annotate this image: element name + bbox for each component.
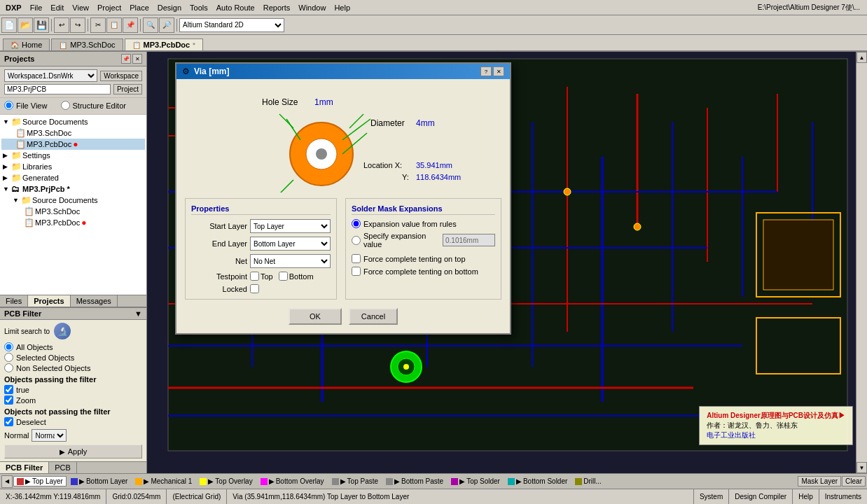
tree-item-mp3prj[interactable]: ▼ 🗂 MP3.PrjPcb * [1, 183, 145, 195]
tree-item-settings[interactable]: ▶ 📁 Settings [1, 150, 145, 161]
structure-editor-radio[interactable] [61, 101, 70, 110]
paste-btn[interactable]: 📌 [123, 18, 138, 33]
ok-button[interactable]: OK [289, 308, 342, 325]
tree-item-sch1[interactable]: 📋 MP3.SchDoc [1, 127, 145, 139]
instruments-btn[interactable]: Instruments [819, 489, 867, 504]
layer-drill[interactable]: Drill... [571, 476, 605, 486]
svg-line-57 [279, 180, 293, 192]
select-checkbox[interactable]: true [4, 385, 142, 394]
info-box: Altium Designer原理图与PCB设计及仿真▶ 作者：谢龙汉、鲁力、张… [699, 406, 853, 445]
tools-menu[interactable]: Tools [186, 2, 212, 13]
layer-top[interactable]: ▶ Top Layer [13, 476, 67, 486]
project-btn[interactable]: Project [113, 84, 142, 94]
panel-pin-btn[interactable]: 📌 [121, 54, 131, 64]
new-btn[interactable]: 📄 [1, 18, 17, 33]
specify-expansion-radio[interactable] [352, 236, 361, 245]
expansion-rules-radio[interactable]: Expansion value from rules [352, 219, 495, 228]
help-menu[interactable]: Help [330, 2, 354, 13]
window-menu[interactable]: Window [294, 2, 330, 13]
messages-tab[interactable]: Messages [71, 295, 118, 307]
save-btn[interactable]: 💾 [34, 18, 49, 33]
tree-item-pcb1[interactable]: 📋 MP3.PcbDoc ● [1, 139, 145, 150]
dialog-help-btn[interactable]: ? [480, 66, 492, 76]
redo-btn[interactable]: ↪ [70, 18, 85, 33]
layer-mechanical[interactable]: ▶ Mechanical 1 [132, 476, 195, 486]
start-layer-combo[interactable]: Top Layer [250, 219, 331, 233]
mask-layer-btn[interactable]: Mask Layer [798, 476, 841, 486]
svg-text:Location  X:: Location X: [363, 161, 402, 169]
project-menu[interactable]: Project [93, 2, 125, 13]
tree-item-sch2[interactable]: 📋 MP3.SchDoc [1, 206, 145, 217]
layer-bottom-solder[interactable]: ▶ Bottom Solder [504, 476, 571, 486]
workspace-btn[interactable]: Workspace [100, 71, 142, 81]
zoom-in-btn[interactable]: 🔍 [143, 18, 158, 33]
open-btn[interactable]: 📂 [18, 18, 33, 33]
svg-text:4mm: 4mm [416, 118, 435, 128]
svg-text:Y:: Y: [402, 173, 409, 181]
dxp-menu[interactable]: DXP [1, 2, 26, 13]
layer-top-solder[interactable]: ▶ Top Solder [448, 476, 504, 486]
locked-checkbox[interactable] [250, 284, 259, 293]
testpoint-bottom-check[interactable] [279, 272, 288, 281]
non-selected-radio[interactable]: Non Selected Objects [4, 363, 142, 372]
help-btn[interactable]: Help [793, 489, 819, 504]
deselect-checkbox[interactable]: Deselect [4, 417, 142, 426]
file-view-radio[interactable] [4, 101, 13, 110]
layer-bottom-paste[interactable]: ▶ Bottom Paste [382, 476, 447, 486]
all-objects-radio[interactable]: All Objects [4, 342, 142, 351]
end-layer-combo[interactable]: Bottom Layer [250, 237, 331, 251]
copy-btn[interactable]: 📋 [106, 18, 122, 33]
view-menu[interactable]: View [68, 2, 93, 13]
clear-btn[interactable]: Clear [842, 476, 866, 486]
tree-item-libraries[interactable]: ▶ 📁 Libraries [1, 161, 145, 172]
scroll-down-btn[interactable]: ▼ [856, 462, 867, 473]
zoom-checkbox[interactable]: Zoom [4, 396, 142, 405]
design-menu[interactable]: Design [153, 2, 186, 13]
svg-line-55 [279, 114, 293, 128]
svg-line-53 [342, 119, 370, 140]
layer-bottom[interactable]: ▶ Bottom Layer [67, 476, 131, 486]
tree-item-pcb2[interactable]: 📋 MP3.PcbDoc ● [1, 217, 145, 228]
edit-menu[interactable]: Edit [46, 2, 68, 13]
place-menu[interactable]: Place [125, 2, 153, 13]
layer-top-overlay[interactable]: ▶ Top Overlay [196, 476, 256, 486]
design-compiler-btn[interactable]: Design Compiler [729, 489, 793, 504]
workspace-combo[interactable]: Workspace1.DsnWrk [4, 69, 97, 82]
system-btn[interactable]: System [694, 489, 729, 504]
cut-btn[interactable]: ✂ [90, 18, 106, 33]
specify-value-input[interactable] [443, 234, 495, 246]
tab-schDoc[interactable]: 📋 MP3.SchDoc [51, 38, 123, 50]
force-bottom-checkbox[interactable]: Force complete tenting on bottom [352, 267, 495, 276]
net-label: Net [191, 257, 247, 265]
pcb-filter-arrow[interactable]: ▼ [134, 309, 142, 318]
pcb-tab[interactable]: PCB [49, 462, 77, 473]
tab-home[interactable]: 🏠 Home [3, 38, 50, 50]
panel-close-btn[interactable]: ✕ [132, 54, 142, 64]
cancel-button[interactable]: Cancel [349, 308, 398, 325]
normal-combo[interactable]: Normal [32, 429, 67, 442]
tree-item-source-docs[interactable]: ▼ 📁 Source Documents [1, 116, 145, 127]
specify-expansion-label: Specify expansion value [363, 232, 440, 248]
apply-button[interactable]: ▶ Apply [4, 444, 142, 458]
layer-left-btn[interactable]: ◀ [1, 475, 13, 488]
undo-btn[interactable]: ↩ [54, 18, 69, 33]
dialog-close-btn[interactable]: ✕ [493, 66, 504, 76]
pcb-filter-tab[interactable]: PCB Filter [0, 462, 49, 473]
tree-item-generated[interactable]: ▶ 📁 Generated [1, 172, 145, 183]
zoom-combo[interactable]: Altium Standard 2D [179, 18, 284, 32]
file-menu[interactable]: File [26, 2, 47, 13]
selected-objects-radio[interactable]: Selected Objects [4, 353, 142, 362]
files-tab[interactable]: Files [0, 295, 28, 307]
reports-menu[interactable]: Reports [259, 2, 295, 13]
testpoint-top-check[interactable] [250, 272, 259, 281]
scroll-up-btn[interactable]: ▲ [856, 52, 867, 63]
tab-pcbDoc[interactable]: 📋 MP3.PcbDoc * [125, 38, 203, 50]
zoom-out-btn[interactable]: 🔎 [159, 18, 174, 33]
tree-item-source2[interactable]: ▼ 📁 Source Documents [1, 195, 145, 206]
net-combo[interactable]: No Net [250, 254, 331, 268]
autoroute-menu[interactable]: Auto Route [212, 2, 259, 13]
layer-bottom-overlay[interactable]: ▶ Bottom Overlay [257, 476, 328, 486]
force-top-checkbox[interactable]: Force complete tenting on top [352, 254, 495, 263]
projects-tab[interactable]: Projects [28, 295, 70, 307]
layer-top-paste[interactable]: ▶ Top Paste [328, 476, 382, 486]
